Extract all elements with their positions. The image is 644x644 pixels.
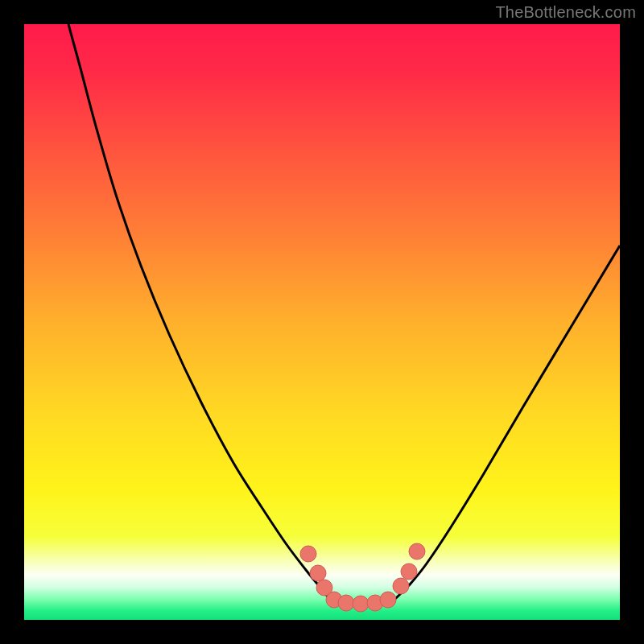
marker-dot [353,596,369,612]
chart-frame: TheBottleneck.com [0,0,644,644]
watermark-text: TheBottleneck.com [495,3,636,22]
marker-dot [409,543,425,559]
chart-svg [24,24,620,620]
marker-dot [401,564,417,580]
plot-area [24,24,620,620]
plot-background [24,24,620,620]
marker-dot [393,578,409,594]
marker-dot [300,546,316,562]
marker-dot [310,565,326,581]
marker-dot [338,595,354,611]
marker-dot [380,592,396,608]
